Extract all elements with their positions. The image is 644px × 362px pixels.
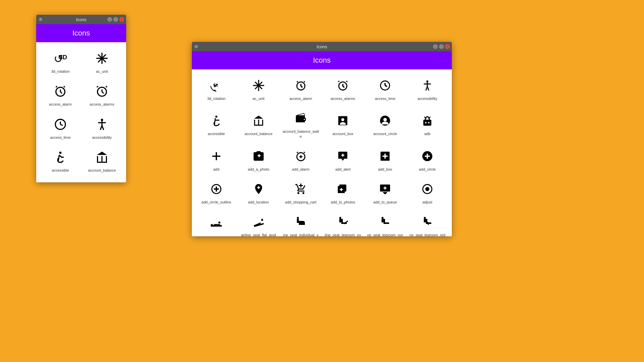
svg-point-81	[425, 122, 427, 124]
icon-3d-rotation[interactable]: 3d_rotation	[195, 73, 237, 106]
icon-label-airline-seat-flat: airline_seat_flat	[203, 235, 229, 236]
account-balance-icon	[251, 113, 267, 129]
svg-line-62	[427, 86, 429, 90]
icon-label-account-balance-wallet: account_balance_walle	[282, 129, 319, 139]
add-shopping-cart-icon	[293, 181, 309, 197]
icon-label-accessible: accessible	[208, 131, 225, 136]
icon-airline-seat-flat-angled[interactable]: airline_seat_flat_angle	[237, 209, 280, 236]
svg-point-126	[424, 217, 426, 219]
icon-airline-seat-individual-suite[interactable]: ine_seat_individual_su	[280, 209, 322, 236]
icon-label-add-circle: add_circle	[419, 167, 436, 172]
small-window-header-title: Icons	[72, 29, 90, 37]
accessibility-icon	[419, 77, 435, 94]
icon-accessibility-small[interactable]: accessibility	[81, 112, 123, 144]
icon-add-box[interactable]: add_box	[364, 143, 406, 176]
svg-rect-127	[426, 223, 432, 224]
icon-access-alarms[interactable]: access_alarms	[322, 73, 364, 106]
icon-airline-seat-legroom-extra[interactable]: line_seat_legroom_extr	[322, 209, 364, 236]
icon-add-circle[interactable]: add_circle	[406, 143, 448, 176]
svg-point-6	[101, 57, 103, 60]
icon-add-a-photo[interactable]: add_a_photo	[237, 143, 280, 176]
svg-point-42	[258, 90, 259, 91]
icon-accessible[interactable]: accessible	[195, 106, 237, 143]
ac-unit-icon-small	[94, 50, 110, 66]
icon-access-time[interactable]: access_time	[364, 73, 406, 106]
small-window-content[interactable]: ↺3D 3d_rotation ac_unit	[36, 42, 126, 182]
icon-3d-rotation-small[interactable]: ↺3D 3d_rotation	[40, 46, 81, 78]
svg-rect-26	[97, 162, 107, 163]
icon-account-balance-wallet-small[interactable]: account_balance_wallet	[40, 177, 81, 182]
airline-seat-individual-suite-icon	[293, 214, 309, 230]
icon-account-box-small[interactable]: account_box	[81, 177, 123, 182]
svg-point-40	[258, 84, 260, 86]
airline-seat-flat-angled-icon	[251, 214, 267, 230]
icon-accessibility[interactable]: accessibility	[406, 73, 448, 106]
icon-label-accessible-small: accessible	[52, 168, 69, 173]
icon-label-access-alarms: access_alarms	[331, 96, 355, 101]
small-window-minimize[interactable]: ⌄	[107, 17, 112, 22]
icon-label-access-time: access_time	[375, 96, 395, 101]
svg-rect-65	[254, 120, 255, 125]
svg-rect-119	[211, 224, 213, 227]
icon-accessible-small[interactable]: accessible	[40, 144, 81, 177]
svg-point-73	[341, 118, 344, 121]
icon-add-location[interactable]: add_location	[237, 176, 280, 209]
icon-label-add-to-queue: add_to_queue	[373, 200, 397, 204]
access-alarm-icon	[293, 77, 309, 94]
svg-line-24	[102, 125, 104, 130]
large-window-titlebar: Icons ⌄ ⌃ ✕	[192, 42, 452, 51]
svg-rect-28	[101, 156, 102, 162]
svg-marker-68	[254, 116, 263, 119]
icon-add-shopping-cart[interactable]: add_shopping_cart	[280, 176, 322, 209]
icon-add-to-queue[interactable]: add_to_queue	[364, 176, 406, 209]
icon-add-to-photos[interactable]: add_to_photos	[322, 176, 364, 209]
icon-label-access-alarm: access_alarm	[289, 96, 312, 101]
icon-label-account-box: account_box	[332, 131, 353, 136]
icon-airline-seat-legroom-reduced[interactable]: ne_seat_legroom_redu	[406, 209, 448, 236]
svg-line-15	[97, 86, 98, 87]
icon-account-box[interactable]: account_box	[322, 106, 364, 143]
large-window-minimize[interactable]: ⌄	[433, 44, 438, 49]
icon-account-circle[interactable]: account_circle	[364, 106, 406, 143]
icon-account-balance-wallet[interactable]: account_balance_walle	[280, 106, 322, 143]
icon-account-balance[interactable]: account_balance	[237, 106, 280, 143]
large-window[interactable]: Icons ⌄ ⌃ ✕ Icons 3d_rotation	[192, 42, 452, 236]
svg-rect-27	[97, 156, 98, 162]
icon-airline-seat-legroom-normal[interactable]: ne_seat_legroom_norm	[364, 209, 406, 236]
svg-line-49	[304, 81, 305, 82]
large-window-content[interactable]: 3d_rotation ac_unit	[192, 69, 452, 236]
airline-seat-legroom-reduced-icon	[419, 214, 435, 230]
icon-add[interactable]: add	[195, 143, 237, 176]
small-window[interactable]: Icons ⌄ ⌃ ✕ Icons ↺3D 3d_rotation	[36, 15, 126, 182]
icon-account-balance-small[interactable]: account_balance	[81, 144, 123, 177]
icon-airline-seat-flat[interactable]: airline_seat_flat	[195, 209, 237, 236]
icon-add-circle-outline[interactable]: add_circle_outline	[195, 176, 237, 209]
small-window-maximize[interactable]: ⌃	[113, 17, 118, 22]
add-location-icon	[251, 181, 267, 197]
icon-label-add-alert: add_alert	[335, 167, 351, 172]
icon-ac-unit-small[interactable]: ac_unit	[81, 46, 123, 78]
svg-line-47	[301, 86, 303, 88]
svg-rect-113	[384, 193, 386, 194]
icon-label-add-to-photos: add_to_photos	[331, 200, 355, 204]
large-window-close[interactable]: ✕	[445, 44, 450, 49]
icon-adjust[interactable]: adjust	[406, 176, 448, 209]
icon-add-alert[interactable]: add_alert	[322, 143, 364, 176]
icon-access-time-small[interactable]: access_time	[40, 112, 81, 144]
svg-rect-64	[254, 125, 263, 126]
large-window-maximize[interactable]: ⌃	[439, 44, 444, 49]
icon-label-airline-seat-individual-suite: ine_seat_individual_su	[282, 233, 319, 236]
svg-point-75	[383, 118, 387, 122]
icon-access-alarms-small[interactable]: access_alarms	[81, 78, 123, 111]
add-alarm-icon	[293, 148, 309, 164]
icon-label-airline-seat-legroom-extra: line_seat_legroom_extr	[325, 233, 362, 236]
icon-add-alarm[interactable]: add_alarm	[280, 143, 322, 176]
add-alert-icon	[335, 148, 351, 164]
add-to-photos-icon	[335, 181, 351, 197]
svg-line-48	[297, 81, 298, 82]
icon-access-alarm-small[interactable]: access_alarm	[40, 78, 81, 111]
small-window-close[interactable]: ✕	[119, 17, 124, 22]
icon-adb[interactable]: adb	[406, 106, 448, 143]
icon-access-alarm[interactable]: access_alarm	[280, 73, 322, 106]
icon-ac-unit[interactable]: ac_unit	[237, 73, 280, 106]
